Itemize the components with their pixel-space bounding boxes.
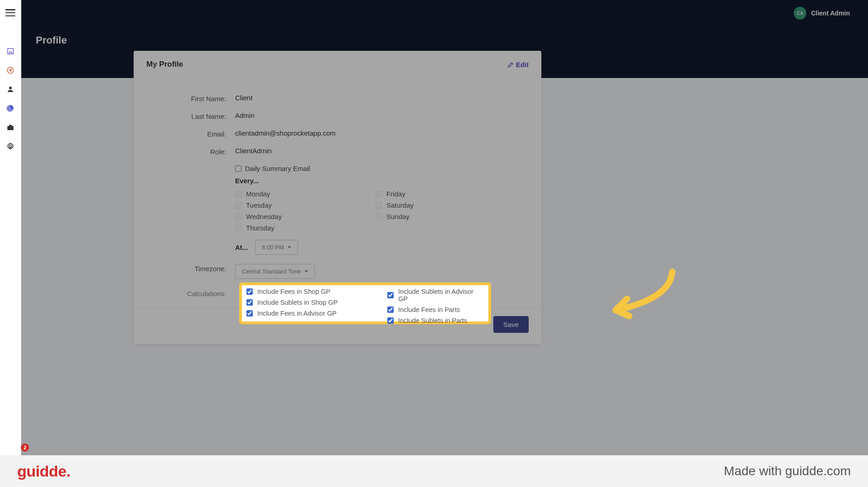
- daily-summary-label: Daily Summary Email: [245, 165, 310, 172]
- calc-fees-advisor-gp-checkbox[interactable]: [246, 310, 253, 317]
- calc-fees-parts-checkbox[interactable]: [387, 307, 394, 313]
- edit-button[interactable]: Edit: [507, 61, 529, 68]
- day-label: Tuesday: [246, 201, 272, 209]
- first-name-value: Client: [235, 94, 529, 102]
- guidde-logo: guidde.: [17, 463, 70, 480]
- day-label: Saturday: [386, 201, 414, 209]
- calc-label: Include Fees in Advisor GP: [257, 310, 337, 317]
- store-icon[interactable]: [6, 47, 14, 55]
- calc-label: Include Fees in Parts: [398, 306, 460, 313]
- tuesday-checkbox[interactable]: [235, 202, 241, 209]
- guidde-watermark-bar: guidde. Made with guidde.com: [0, 455, 868, 487]
- hamburger-menu-icon[interactable]: [5, 9, 15, 16]
- annotation-arrow-icon: [591, 267, 681, 326]
- saturday-checkbox[interactable]: [376, 202, 382, 209]
- user-menu[interactable]: CA Client Admin: [794, 7, 850, 19]
- time-dropdown[interactable]: 6:00 PM: [255, 240, 298, 255]
- calc-label: Include Fees in Shop GP: [257, 288, 330, 295]
- calc-label: Include Sublets in Parts: [398, 317, 467, 324]
- profile-card: My Profile Edit First Name: Client Last …: [134, 51, 541, 344]
- timezone-value: Central Standard Time: [242, 268, 301, 275]
- timezone-label: Timezone:: [146, 264, 235, 273]
- last-name-value: Admin: [235, 112, 529, 119]
- svg-point-0: [7, 67, 14, 73]
- day-label: Friday: [386, 190, 405, 198]
- briefcase-icon[interactable]: [6, 123, 14, 131]
- daily-summary-checkbox[interactable]: [235, 166, 241, 172]
- save-button[interactable]: Save: [493, 316, 529, 333]
- calc-sublets-parts-checkbox[interactable]: [387, 317, 394, 324]
- role-value: ClientAdmin: [235, 147, 529, 155]
- card-title: My Profile: [146, 60, 183, 69]
- thursday-checkbox[interactable]: [235, 225, 241, 231]
- email-value: clientadmin@shoprocketapp.com: [235, 129, 529, 137]
- first-name-label: First Name:: [146, 94, 235, 102]
- day-label: Monday: [246, 190, 270, 198]
- svg-point-3: [10, 146, 12, 148]
- wednesday-checkbox[interactable]: [235, 214, 241, 220]
- at-label: At...: [235, 244, 248, 251]
- svg-point-1: [9, 87, 12, 89]
- day-label: Thursday: [246, 224, 275, 232]
- gear-icon[interactable]: [6, 142, 14, 151]
- edit-label: Edit: [516, 61, 529, 68]
- timezone-dropdown[interactable]: Central Standard Time: [235, 264, 315, 279]
- page-title: Profile: [36, 26, 854, 46]
- day-label: Wednesday: [246, 213, 282, 220]
- calculations-label: Calculations:: [146, 289, 235, 297]
- guidde-made-with: Made with guidde.com: [724, 464, 851, 478]
- notification-badge[interactable]: 2: [21, 443, 29, 452]
- time-value: 6:00 PM: [262, 244, 284, 251]
- role-label: Role:: [146, 147, 235, 156]
- user-name-label: Client Admin: [811, 10, 850, 17]
- calc-label: Include Sublets in Advisor GP: [398, 288, 484, 302]
- every-label: Every...: [235, 177, 529, 185]
- person-icon[interactable]: [6, 85, 14, 93]
- calc-sublets-advisor-gp-checkbox[interactable]: [387, 292, 394, 298]
- compass-icon[interactable]: [6, 66, 14, 74]
- day-label: Sunday: [386, 213, 410, 220]
- calc-sublets-shop-gp-checkbox[interactable]: [246, 299, 253, 306]
- chart-pie-icon[interactable]: [6, 104, 14, 112]
- friday-checkbox[interactable]: [376, 191, 382, 197]
- email-label: Email:: [146, 129, 235, 138]
- calculations-highlight: Include Fees in Shop GP Include Sublets …: [239, 282, 491, 324]
- calc-label: Include Sublets in Shop GP: [257, 299, 338, 306]
- svg-rect-2: [7, 126, 14, 130]
- calc-fees-shop-gp-checkbox[interactable]: [246, 288, 253, 295]
- last-name-label: Last Name:: [146, 112, 235, 120]
- sunday-checkbox[interactable]: [376, 214, 382, 220]
- avatar: CA: [794, 7, 806, 19]
- monday-checkbox[interactable]: [235, 191, 241, 197]
